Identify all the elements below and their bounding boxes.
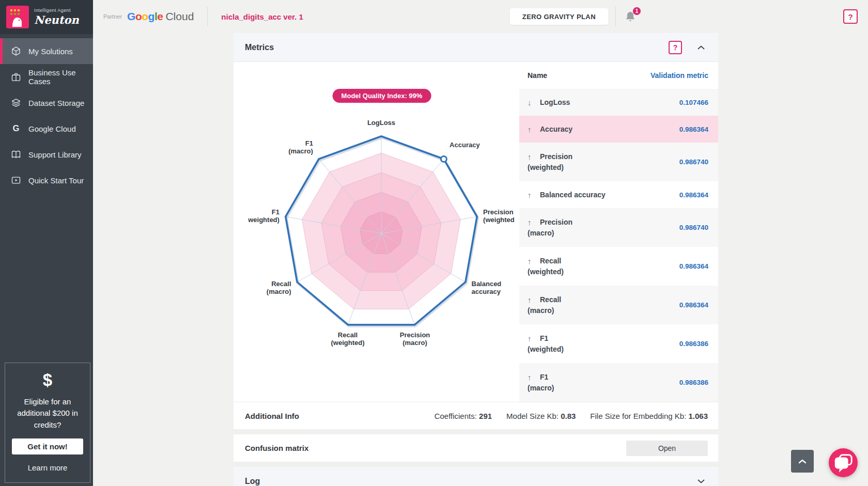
- metric-row-precision-weighted[interactable]: ↑Precision(weighted)0.986740: [519, 143, 718, 181]
- header-divider: [615, 7, 616, 26]
- metrics-table: Name Validation metric ↓LogLoss0.107466↑…: [519, 62, 718, 402]
- metric-value: 0.986364: [679, 191, 708, 199]
- metric-name: Recall: [540, 256, 561, 266]
- metric-row-f1-macro[interactable]: ↑F1(macro)0.986386: [519, 363, 718, 402]
- radar-axis-label-recall-macro: Recall(macro): [267, 280, 291, 295]
- section-divider: [234, 462, 718, 467]
- confusion-matrix-open-button[interactable]: Open: [626, 441, 708, 456]
- chat-widget-button[interactable]: [829, 448, 858, 477]
- metric-value: 0.986364: [679, 126, 708, 133]
- section-divider: [234, 429, 718, 434]
- sidebar-item-label: Google Cloud: [28, 124, 76, 133]
- arrow-up-icon: ↑: [528, 124, 536, 135]
- video-tour-icon: [11, 175, 21, 185]
- metric-value: 0.986364: [679, 262, 708, 270]
- radar-axis-label-balanced-accuracy: Balancedaccuracy: [472, 280, 502, 295]
- metric-row-recall-weighted[interactable]: ↑Recall(weighted)0.986364: [519, 247, 718, 286]
- learn-more-link[interactable]: Learn more: [12, 463, 83, 472]
- metric-value: 0.986364: [679, 301, 708, 309]
- arrow-up-icon: ↑: [528, 217, 536, 228]
- sidebar-item-quick-start-tour[interactable]: Quick Start Tour: [0, 167, 93, 193]
- additional-info-title: Additional Info: [245, 412, 299, 420]
- google-logo-letter: G: [127, 10, 135, 22]
- log-section-header: Log: [234, 467, 718, 486]
- arrow-up-icon: ↑: [528, 256, 536, 266]
- brand-name: Neuton: [34, 13, 79, 26]
- confusion-matrix-title: Confusion matrix: [245, 444, 308, 452]
- layers-icon: [11, 98, 21, 108]
- sidebar-item-google-cloud[interactable]: GGoogle Cloud: [0, 116, 93, 142]
- radar-axis-label-recall-weighted: Recall(weighted): [331, 331, 365, 347]
- promo-text: Eligible for an additional $200 in credi…: [12, 396, 83, 431]
- column-validation-metric-header[interactable]: Validation metric: [650, 71, 708, 80]
- metric-name: Precision: [540, 217, 572, 228]
- radar-axis-label-f1-weighted: F1weighted): [247, 208, 280, 224]
- radar-axis-label-logloss: LogLoss: [367, 119, 395, 127]
- chevron-up-icon: [698, 45, 705, 50]
- metric-name-line2: (weighted): [528, 344, 564, 355]
- metrics-title: Metrics: [245, 43, 274, 52]
- google-cloud-logo: GoogleCloud: [127, 10, 194, 23]
- chevron-up-icon: [798, 459, 807, 464]
- zero-gravity-plan-button[interactable]: ZERO GRAVITY PLAN: [510, 8, 608, 25]
- google-logo-letter: e: [157, 10, 163, 22]
- credits-promo-card: $ Eligible for an additional $200 in cre…: [5, 363, 90, 483]
- neuton-logo-icon: [6, 6, 29, 28]
- sidebar-menu: My SolutionsBusiness Use CasesDataset St…: [0, 38, 93, 193]
- metric-value: 0.986740: [679, 224, 708, 231]
- metric-row-recall-macro[interactable]: ↑Recall(macro)0.986364: [519, 286, 718, 324]
- metric-name-line2: (macro): [528, 383, 554, 394]
- sidebar-item-label: Quick Start Tour: [28, 176, 84, 185]
- sidebar-item-business-use-cases[interactable]: Business Use Cases: [0, 64, 93, 90]
- sidebar: Intelligent Agent Neuton My SolutionsBus…: [0, 0, 93, 486]
- sidebar-item-support-library[interactable]: Support Library: [0, 142, 93, 167]
- briefcase-icon: [11, 72, 21, 82]
- get-it-now-button[interactable]: Get it now!: [12, 438, 83, 454]
- notification-badge: 1: [632, 7, 641, 15]
- radar-marker-accuracy[interactable]: [441, 156, 446, 162]
- help-button[interactable]: ?: [843, 9, 858, 24]
- arrow-up-icon: ↑: [528, 372, 536, 383]
- cube-icon: [11, 46, 21, 56]
- metric-name-line2: (macro): [528, 305, 561, 316]
- chat-bubble-icon: [832, 452, 854, 474]
- additional-info-model-size-kb: Model Size Kb: 0.83: [506, 412, 576, 420]
- metric-row-balanced-accuracy[interactable]: ↑Balanced accuracy0.986364: [519, 181, 718, 208]
- google-cloud-wordmark: Cloud: [165, 10, 194, 22]
- log-expand-button[interactable]: [695, 477, 707, 485]
- metric-row-logloss[interactable]: ↓LogLoss0.107466: [519, 89, 718, 116]
- brand-logo[interactable]: Intelligent Agent Neuton: [0, 0, 93, 34]
- metric-name: Accuracy: [540, 124, 572, 135]
- partner-label: Partner: [103, 13, 122, 20]
- metric-value: 0.986740: [679, 158, 708, 166]
- scroll-to-top-button[interactable]: [791, 450, 814, 473]
- notifications-button[interactable]: 1: [624, 10, 637, 23]
- log-title: Log: [245, 477, 260, 486]
- metric-value: 0.986386: [679, 340, 708, 348]
- arrow-down-icon: ↓: [528, 97, 536, 108]
- chevron-down-icon: [698, 479, 705, 483]
- sidebar-item-dataset-storage[interactable]: Dataset Storage: [0, 90, 93, 116]
- google-logo-letter: g: [148, 10, 154, 22]
- header-divider: [207, 7, 208, 26]
- metric-row-precision-macro[interactable]: ↑Precision(macro)0.986740: [519, 208, 718, 247]
- metric-value: 0.107466: [679, 99, 708, 106]
- sidebar-item-label: Support Library: [28, 150, 82, 159]
- google-logo-letter: o: [142, 10, 148, 22]
- metric-name: LogLoss: [540, 97, 570, 108]
- metric-row-accuracy[interactable]: ↑Accuracy0.986364: [519, 116, 718, 143]
- metric-name: F1: [540, 372, 548, 383]
- metrics-collapse-button[interactable]: [695, 43, 707, 52]
- arrow-up-icon: ↑: [528, 333, 536, 344]
- metric-name-line2: (weighted): [528, 266, 564, 277]
- sidebar-item-label: Dataset Storage: [28, 99, 84, 107]
- metric-name-line2: (macro): [528, 228, 572, 239]
- radar-axis-label-f1-macro: F1(macro): [288, 139, 313, 155]
- metrics-help-button[interactable]: ?: [669, 41, 682, 54]
- sidebar-item-my-solutions[interactable]: My Solutions: [0, 38, 93, 64]
- dollar-icon: $: [12, 371, 83, 388]
- metric-name-line2: (weighted): [528, 162, 572, 173]
- google-logo-letter: o: [135, 10, 142, 22]
- project-title[interactable]: nicla_digits_acc ver. 1: [221, 12, 303, 21]
- metric-row-f1-weighted[interactable]: ↑F1(weighted)0.986386: [519, 324, 718, 363]
